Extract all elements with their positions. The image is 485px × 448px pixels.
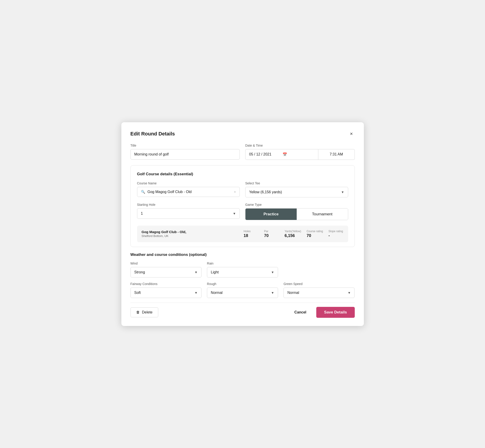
fairway-dropdown[interactable]: Soft ▼ [130, 288, 202, 298]
chevron-down-icon-rain: ▼ [271, 271, 274, 274]
game-type-group: Game Type Practice Tournament [245, 203, 348, 220]
title-label: Title [130, 144, 240, 147]
date-time-group: 05 / 12 / 2021 📅 7:31 AM [245, 149, 355, 160]
weather-section-title: Weather and course conditions (optional) [130, 252, 355, 257]
select-tee-label: Select Tee [245, 181, 348, 185]
wind-value: Strong [134, 270, 194, 274]
green-speed-dropdown[interactable]: Normal ▼ [283, 288, 355, 298]
course-name-input-wrap[interactable]: 🔍 × [137, 187, 240, 197]
footer-right: Cancel Save Details [291, 307, 355, 318]
stat-holes: Holes 18 [238, 230, 259, 238]
fairway-group: Fairway Conditions Soft ▼ [130, 282, 202, 298]
rain-value: Light [211, 270, 271, 274]
golf-course-section: Golf Course details (Essential) Course N… [130, 165, 355, 247]
holes-value: 18 [244, 233, 248, 238]
date-value: 05 / 12 / 2021 [249, 152, 281, 156]
starting-hole-label: Starting Hole [137, 203, 240, 207]
search-icon: 🔍 [141, 190, 145, 194]
holes-label: Holes [244, 230, 251, 233]
delete-button[interactable]: 🗑 Delete [130, 307, 158, 317]
rough-value: Normal [211, 291, 271, 295]
time-value: 7:31 AM [330, 152, 343, 156]
modal-title: Edit Round Details [130, 131, 175, 137]
course-rating-label: Course rating [307, 230, 323, 233]
course-location: Shelford Bottom, UK [142, 234, 238, 238]
practice-button[interactable]: Practice [245, 208, 297, 220]
rough-dropdown[interactable]: Normal ▼ [207, 288, 278, 298]
fairway-rough-green-row: Fairway Conditions Soft ▼ Rough Normal ▼… [130, 282, 355, 298]
tournament-button[interactable]: Tournament [297, 208, 348, 220]
datetime-label: Date & Time [245, 144, 355, 147]
yards-label: Yards(Yellow) [285, 230, 301, 233]
rain-label: Rain [207, 262, 278, 265]
starting-hole-value: 1 [141, 211, 233, 216]
title-datetime-row: Title Date & Time 05 / 12 / 2021 📅 7:31 … [130, 144, 355, 160]
course-name-label: Course Name [137, 181, 240, 185]
trash-icon: 🗑 [136, 310, 140, 314]
green-speed-group: Green Speed Normal ▼ [283, 282, 355, 298]
par-label: Par [264, 230, 268, 233]
course-name-input[interactable] [147, 190, 232, 194]
wind-label: Wind [130, 262, 202, 265]
select-tee-dropdown[interactable]: Yellow (6,156 yards) ▼ [245, 187, 348, 197]
fairway-value: Soft [134, 291, 194, 295]
rain-group: Rain Light ▼ [207, 262, 278, 278]
green-speed-value: Normal [287, 291, 348, 295]
course-info-name: Gog Magog Golf Club - Old, Shelford Bott… [142, 230, 238, 238]
select-tee-value: Yellow (6,156 yards) [249, 190, 341, 194]
select-tee-group: Select Tee Yellow (6,156 yards) ▼ [245, 181, 348, 197]
clear-icon[interactable]: × [234, 190, 236, 194]
title-input[interactable] [130, 149, 240, 160]
chevron-down-icon-green: ▼ [348, 291, 351, 295]
chevron-down-icon-hole: ▼ [233, 212, 236, 215]
wind-dropdown[interactable]: Strong ▼ [130, 267, 202, 278]
chevron-down-icon-wind: ▼ [194, 271, 198, 274]
stat-course-rating: Course rating 70 [301, 230, 323, 238]
course-info-row: Gog Magog Golf Club - Old, Shelford Bott… [137, 226, 348, 242]
green-speed-label: Green Speed [283, 282, 355, 286]
time-input[interactable]: 7:31 AM [318, 149, 355, 160]
chevron-down-icon-fairway: ▼ [194, 291, 198, 295]
calendar-icon: 📅 [283, 152, 314, 157]
chevron-down-icon: ▼ [341, 190, 344, 194]
rough-group: Rough Normal ▼ [207, 282, 278, 298]
modal-header: Edit Round Details × [130, 130, 355, 137]
course-name-display: Gog Magog Golf Club - Old, [142, 230, 238, 234]
slope-rating-value: - [329, 233, 330, 238]
edit-round-modal: Edit Round Details × Title Date & Time 0… [121, 122, 364, 326]
course-rating-value: 70 [307, 233, 311, 238]
datetime-group: Date & Time 05 / 12 / 2021 📅 7:31 AM [245, 144, 355, 160]
chevron-down-icon-rough: ▼ [271, 291, 274, 295]
course-name-group: Course Name 🔍 × [137, 181, 240, 197]
title-group: Title [130, 144, 240, 160]
yards-value: 6,156 [285, 233, 295, 238]
date-input[interactable]: 05 / 12 / 2021 📅 [245, 149, 318, 160]
game-type-label: Game Type [245, 203, 348, 207]
starting-hole-group: Starting Hole 1 ▼ [137, 203, 240, 219]
weather-section: Weather and course conditions (optional)… [130, 252, 355, 298]
starting-hole-dropdown[interactable]: 1 ▼ [137, 208, 240, 219]
stat-yards: Yards(Yellow) 6,156 [279, 230, 301, 238]
course-tee-row: Course Name 🔍 × Select Tee Yellow (6,156… [137, 181, 348, 197]
hole-gametype-row: Starting Hole 1 ▼ Game Type Practice Tou… [137, 203, 348, 220]
cancel-button[interactable]: Cancel [291, 308, 310, 317]
delete-label: Delete [142, 310, 153, 314]
save-button[interactable]: Save Details [316, 307, 355, 318]
wind-group: Wind Strong ▼ [130, 262, 202, 278]
slope-rating-label: Slope rating [329, 230, 343, 233]
golf-section-title: Golf Course details (Essential) [137, 172, 348, 176]
close-button[interactable]: × [348, 130, 355, 137]
rain-dropdown[interactable]: Light ▼ [207, 267, 278, 278]
wind-rain-row: Wind Strong ▼ Rain Light ▼ [130, 262, 355, 278]
game-type-toggle: Practice Tournament [245, 208, 348, 220]
fairway-label: Fairway Conditions [130, 282, 202, 286]
footer-row: 🗑 Delete Cancel Save Details [130, 303, 355, 318]
stat-par: Par 70 [259, 230, 279, 238]
par-value: 70 [264, 233, 269, 238]
rough-label: Rough [207, 282, 278, 286]
stat-slope-rating: Slope rating - [323, 230, 344, 238]
